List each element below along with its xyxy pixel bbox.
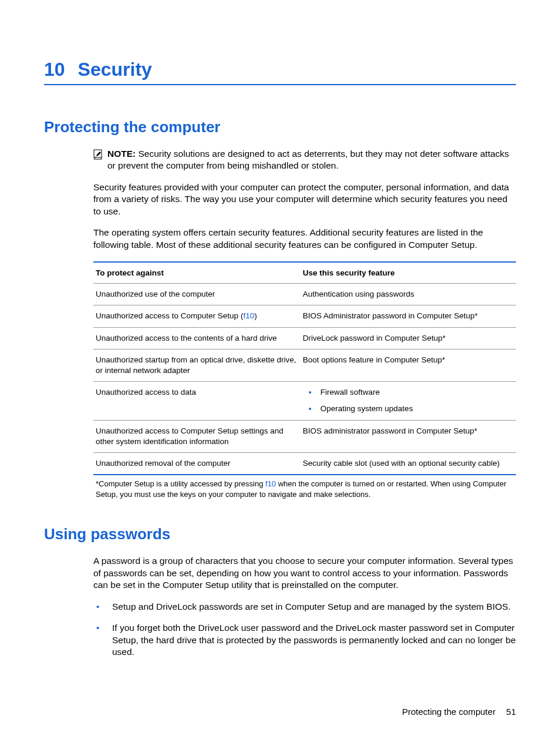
note-block: NOTE: Security solutions are designed to… — [93, 148, 516, 172]
list-item: Operating system updates — [309, 404, 514, 414]
page-number: 51 — [506, 707, 516, 717]
cell: BIOS Administrator password in Computer … — [301, 305, 516, 327]
f10-link[interactable]: f10 — [265, 479, 276, 488]
note-icon — [93, 149, 104, 162]
paragraph: The operating system offers certain secu… — [93, 227, 516, 251]
table-row: Unauthorized access to data Firewall sof… — [93, 382, 516, 420]
cell: BIOS administrator password in Computer … — [301, 420, 516, 452]
cell: Boot options feature in Computer Setup* — [301, 349, 516, 381]
cell: Unauthorized startup from an optical dri… — [93, 349, 301, 381]
table-row: Unauthorized startup from an optical dri… — [93, 349, 516, 381]
cell: Unauthorized removal of the computer — [93, 453, 301, 475]
cell: Authentication using passwords — [301, 284, 516, 305]
table-header: Use this security feature — [301, 262, 516, 284]
cell: Unauthorized access to Computer Setup (f… — [93, 305, 301, 327]
cell: DriveLock password in Computer Setup* — [301, 327, 516, 349]
list-item: Setup and DriveLock passwords are set in… — [93, 601, 516, 613]
table-footnote: *Computer Setup is a utility accessed by… — [93, 475, 516, 499]
table-row: Unauthorized access to the contents of a… — [93, 327, 516, 349]
cell: Firewall software Operating system updat… — [301, 382, 516, 420]
footer-section-name: Protecting the computer — [402, 707, 495, 717]
section-heading-passwords: Using passwords — [44, 525, 516, 543]
table-row: Unauthorized access to Computer Setup (f… — [93, 305, 516, 327]
list-item: Firewall software — [309, 387, 514, 398]
paragraph: A password is a group of characters that… — [93, 555, 516, 591]
section-heading-protecting: Protecting the computer — [44, 118, 516, 136]
chapter-title: 10Security — [44, 59, 516, 85]
cell: Unauthorized access to Computer Setup se… — [93, 420, 301, 452]
cell: Security cable slot (used with an option… — [301, 453, 516, 475]
chapter-number: 10 — [44, 59, 65, 80]
table-row: Unauthorized access to Computer Setup se… — [93, 420, 516, 452]
paragraph: Security features provided with your com… — [93, 182, 516, 217]
table-row: Unauthorized removal of the computer Sec… — [93, 453, 516, 475]
cell: Unauthorized access to the contents of a… — [93, 327, 301, 349]
note-label: NOTE: — [107, 149, 136, 159]
f10-link[interactable]: f10 — [243, 311, 254, 320]
cell: Unauthorized use of the computer — [93, 284, 301, 305]
page-footer: Protecting the computer 51 — [402, 707, 516, 717]
list-item: If you forget both the DriveLock user pa… — [93, 622, 516, 658]
note-body: Security solutions are designed to act a… — [107, 149, 509, 170]
cell: Unauthorized access to data — [93, 382, 301, 420]
note-text: NOTE: Security solutions are designed to… — [107, 148, 516, 172]
chapter-name: Security — [78, 59, 152, 80]
security-features-table: To protect against Use this security fea… — [93, 261, 516, 499]
table-header: To protect against — [93, 262, 301, 284]
table-row: Unauthorized use of the computer Authent… — [93, 284, 516, 305]
